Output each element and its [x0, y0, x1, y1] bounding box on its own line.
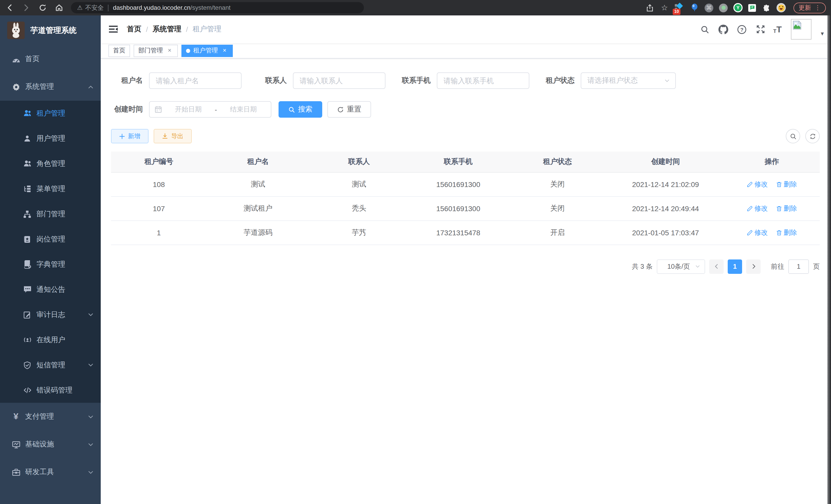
edit-link[interactable]: 修改	[747, 204, 768, 213]
goto-page-input[interactable]	[789, 259, 809, 274]
breadcrumb-separator: /	[186, 25, 188, 33]
reload-icon[interactable]	[38, 3, 47, 12]
cell-contact: 秃头	[309, 196, 408, 220]
date-end-placeholder: 结束日期	[221, 105, 266, 114]
badge-icon	[23, 235, 32, 244]
sidebar-item-error-code[interactable]: 错误码管理	[0, 378, 101, 403]
delete-link[interactable]: 删除	[776, 180, 797, 189]
extension-balloon-icon[interactable]	[690, 3, 699, 12]
edit-icon	[747, 205, 753, 211]
code-icon	[23, 386, 32, 395]
plus-icon	[119, 133, 125, 139]
sidebar-item-sms-management[interactable]: 短信管理	[0, 352, 101, 378]
contact-input[interactable]	[293, 72, 385, 89]
home-icon[interactable]	[55, 3, 64, 12]
profile-avatar-icon[interactable]	[776, 3, 786, 12]
avatar-dropdown-caret[interactable]: ▼	[820, 31, 825, 36]
address-bar[interactable]: ⚠ 不安全 dashboard.yudao.iocoder.cn/system/…	[71, 2, 364, 13]
fullscreen-icon[interactable]	[755, 24, 766, 35]
edit-icon	[747, 181, 753, 187]
sidebar-item-dict-management[interactable]: 字典管理	[0, 252, 101, 277]
sidebar-item-label: 短信管理	[36, 360, 65, 369]
date-range-picker[interactable]: 开始日期 - 结束日期	[149, 101, 271, 118]
refresh-icon	[337, 106, 344, 113]
refresh-table-button[interactable]	[805, 129, 820, 143]
mobile-input[interactable]	[437, 72, 529, 89]
prev-page-button[interactable]	[709, 259, 724, 274]
extensions-puzzle-icon[interactable]	[762, 3, 771, 12]
sidebar-item-audit-log[interactable]: 审计日志	[0, 302, 101, 327]
export-button[interactable]: 导出	[154, 129, 192, 143]
breadcrumb-home[interactable]: 首页	[127, 25, 141, 34]
close-icon[interactable]: ×	[221, 47, 228, 54]
font-size-icon[interactable]: TT	[773, 25, 782, 34]
tenant-name-label: 租户名	[111, 76, 143, 85]
tag-dept-management[interactable]: 部门管理×	[134, 45, 178, 57]
sidebar-item-system-management[interactable]: 系统管理	[0, 73, 101, 101]
reset-button[interactable]: 重置	[327, 101, 371, 118]
extension-command-icon[interactable]: ⌘	[705, 3, 713, 12]
cell-mobile: 15601691300	[408, 172, 508, 196]
sidebar-toggle-icon[interactable]	[109, 24, 119, 34]
delete-link[interactable]: 删除	[776, 204, 797, 213]
close-icon[interactable]: ×	[166, 47, 173, 54]
cell-tenant-id: 1	[111, 220, 207, 244]
tenant-name-input[interactable]	[149, 72, 241, 89]
tree-icon	[23, 184, 32, 194]
status-select[interactable]: 请选择租户状态	[581, 72, 676, 89]
sidebar-item-dept-management[interactable]: 部门管理	[0, 201, 101, 227]
extension-chat-icon[interactable]	[748, 4, 756, 11]
chrome-update-button[interactable]: 更新 ⋮	[794, 2, 826, 13]
extension-tabs-icon[interactable]: 10	[675, 3, 684, 12]
github-icon[interactable]	[718, 24, 729, 35]
toggle-search-button[interactable]	[786, 129, 800, 143]
edit-link[interactable]: 修改	[747, 180, 768, 189]
app-logo-row[interactable]: 芋道管理系统	[0, 16, 101, 45]
page-number-1[interactable]: 1	[728, 259, 742, 274]
sidebar-item-home[interactable]: 首页	[0, 45, 101, 73]
forward-icon[interactable]	[22, 3, 31, 12]
extension-circle-icon[interactable]	[719, 3, 728, 12]
sidebar-item-infrastructure[interactable]: 基础设施	[0, 431, 101, 458]
sidebar-item-dev-tools[interactable]: 研发工具	[0, 458, 101, 486]
avatar[interactable]	[791, 19, 811, 39]
edit-link[interactable]: 修改	[747, 228, 768, 237]
cell-tenant-id: 108	[111, 172, 207, 196]
url-divider	[108, 4, 109, 11]
delete-link[interactable]: 删除	[776, 228, 797, 237]
cell-created: 2021-01-05 17:03:47	[607, 220, 724, 244]
sidebar-item-online-users[interactable]: 在线用户	[0, 327, 101, 352]
create-time-label: 创建时间	[111, 105, 143, 114]
chrome-menu-icon[interactable]: ⋮	[814, 4, 821, 11]
sidebar-item-user-management[interactable]: 用户管理	[0, 126, 101, 151]
chevron-up-icon	[88, 84, 93, 90]
sidebar-item-notice[interactable]: 通知公告	[0, 277, 101, 302]
search-button[interactable]: 搜索	[279, 101, 322, 118]
sidebar-item-post-management[interactable]: 岗位管理	[0, 227, 101, 252]
extension-y-icon[interactable]: Y	[733, 3, 743, 12]
message-icon	[23, 285, 32, 294]
sidebar-item-payment-management[interactable]: ¥ 支付管理	[0, 403, 101, 431]
add-button[interactable]: 新增	[111, 129, 148, 143]
page-size-select[interactable]: 10条/页	[657, 259, 705, 274]
contact-label: 联系人	[255, 76, 287, 85]
warning-icon: ⚠	[77, 4, 83, 11]
search-icon[interactable]	[699, 24, 711, 35]
bookmark-star-icon[interactable]: ☆	[660, 3, 669, 12]
back-icon[interactable]	[5, 3, 15, 12]
cell-tenant-name: 芋道源码	[207, 220, 309, 244]
help-icon[interactable]: ?	[736, 24, 747, 35]
cell-tenant-name: 测试租户	[207, 196, 309, 220]
tag-tenant-management[interactable]: 租户管理×	[181, 45, 233, 57]
chevron-down-icon	[88, 414, 93, 419]
sidebar-item-tenant-management[interactable]: 租户管理	[0, 101, 101, 126]
tag-home[interactable]: 首页	[109, 45, 130, 57]
next-page-button[interactable]	[746, 259, 761, 274]
sidebar-item-role-management[interactable]: 角色管理	[0, 151, 101, 176]
trash-icon	[776, 229, 782, 236]
sidebar-item-menu-management[interactable]: 菜单管理	[0, 176, 101, 201]
cell-mobile: 17321315478	[408, 220, 508, 244]
page-unit-label: 页	[813, 262, 820, 271]
cell-tenant-name: 测试	[207, 172, 309, 196]
share-icon[interactable]	[645, 3, 654, 12]
